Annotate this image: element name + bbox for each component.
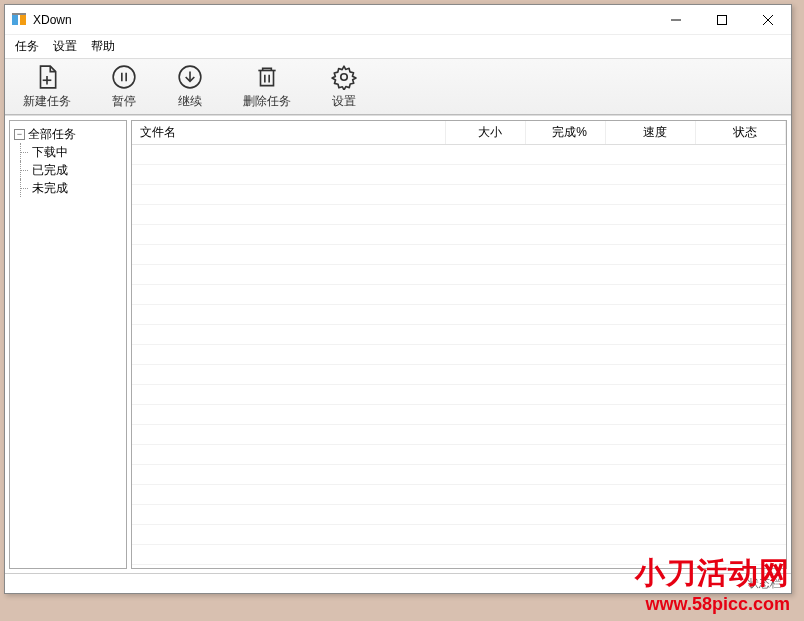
- settings-button[interactable]: 设置: [331, 64, 357, 110]
- pause-label: 暂停: [112, 93, 136, 110]
- tree-item-completed[interactable]: 已完成: [10, 161, 126, 179]
- task-list: 文件名 大小 完成% 速度 状态: [131, 120, 787, 569]
- new-task-label: 新建任务: [23, 93, 71, 110]
- col-filename[interactable]: 文件名: [132, 121, 446, 144]
- table-row: [132, 365, 786, 385]
- minimize-button[interactable]: [653, 5, 699, 34]
- col-status[interactable]: 状态: [696, 121, 786, 144]
- table-row: [132, 245, 786, 265]
- resume-label: 继续: [178, 93, 202, 110]
- task-tree[interactable]: − 全部任务 下载中 已完成 未完成: [9, 120, 127, 569]
- table-row: [132, 345, 786, 365]
- collapse-icon[interactable]: −: [14, 129, 25, 140]
- table-row: [132, 145, 786, 165]
- table-row: [132, 165, 786, 185]
- maximize-button[interactable]: [699, 5, 745, 34]
- table-row: [132, 525, 786, 545]
- tree-item-downloading[interactable]: 下载中: [10, 143, 126, 161]
- table-row: [132, 505, 786, 525]
- statusbar: 状态栏: [5, 573, 791, 593]
- titlebar: XDown: [5, 5, 791, 35]
- svg-rect-4: [718, 15, 727, 24]
- table-row: [132, 305, 786, 325]
- app-icon: [11, 12, 27, 28]
- table-row: [132, 205, 786, 225]
- pause-icon: [111, 64, 137, 90]
- table-row: [132, 485, 786, 505]
- content-area: − 全部任务 下载中 已完成 未完成 文件名 大小 完成% 速度 状态: [5, 115, 791, 573]
- app-window: XDown 任务 设置 帮助 新建任务 暂停: [4, 4, 792, 594]
- close-button[interactable]: [745, 5, 791, 34]
- table-row: [132, 285, 786, 305]
- svg-point-9: [113, 66, 135, 88]
- svg-point-17: [341, 73, 348, 80]
- table-row: [132, 425, 786, 445]
- col-speed[interactable]: 速度: [606, 121, 696, 144]
- task-rows[interactable]: [132, 145, 786, 568]
- trash-icon: [254, 64, 280, 90]
- watermark-url: www.58picc.com: [635, 594, 790, 615]
- window-controls: [653, 5, 791, 34]
- table-row: [132, 405, 786, 425]
- table-row: [132, 445, 786, 465]
- window-title: XDown: [33, 13, 653, 27]
- delete-task-label: 删除任务: [243, 93, 291, 110]
- table-row: [132, 545, 786, 565]
- column-headers: 文件名 大小 完成% 速度 状态: [132, 121, 786, 145]
- table-row: [132, 385, 786, 405]
- svg-rect-0: [12, 15, 18, 25]
- menu-task[interactable]: 任务: [15, 38, 39, 55]
- table-row: [132, 265, 786, 285]
- file-plus-icon: [34, 64, 60, 90]
- svg-rect-2: [12, 13, 26, 15]
- table-row: [132, 185, 786, 205]
- tree-root[interactable]: − 全部任务: [10, 125, 126, 143]
- status-text: 状态栏: [748, 576, 781, 591]
- tree-root-label: 全部任务: [28, 126, 76, 143]
- col-done[interactable]: 完成%: [526, 121, 606, 144]
- gear-icon: [331, 64, 357, 90]
- table-row: [132, 225, 786, 245]
- toolbar: 新建任务 暂停 继续 删除任务 设置: [5, 59, 791, 115]
- new-task-button[interactable]: 新建任务: [23, 64, 71, 110]
- tree-item-incomplete[interactable]: 未完成: [10, 179, 126, 197]
- download-icon: [177, 64, 203, 90]
- menu-help[interactable]: 帮助: [91, 38, 115, 55]
- svg-rect-1: [20, 15, 26, 25]
- table-row: [132, 325, 786, 345]
- settings-label: 设置: [332, 93, 356, 110]
- table-row: [132, 465, 786, 485]
- resume-button[interactable]: 继续: [177, 64, 203, 110]
- menu-settings[interactable]: 设置: [53, 38, 77, 55]
- menubar: 任务 设置 帮助: [5, 35, 791, 59]
- col-size[interactable]: 大小: [446, 121, 526, 144]
- delete-task-button[interactable]: 删除任务: [243, 64, 291, 110]
- pause-button[interactable]: 暂停: [111, 64, 137, 110]
